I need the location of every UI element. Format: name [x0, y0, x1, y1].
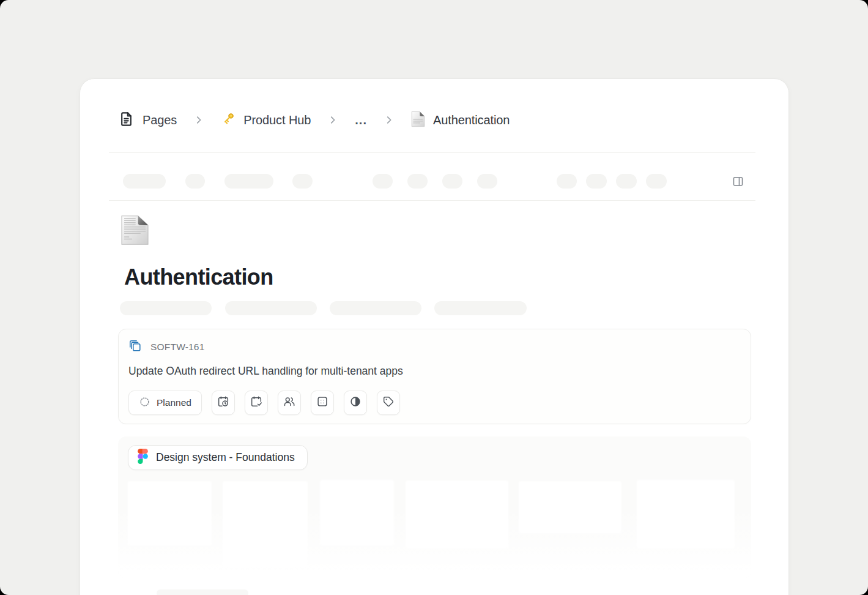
skeleton-pill	[185, 174, 205, 189]
skeleton-pill	[224, 174, 273, 189]
figma-file-chip[interactable]: Design system - Foundations	[128, 445, 308, 470]
half-circle-icon	[349, 395, 362, 411]
document-icon	[118, 111, 135, 130]
divider	[109, 200, 755, 201]
screen: Pages Produc	[0, 0, 868, 595]
divider	[109, 152, 755, 153]
status-label: Planned	[157, 397, 191, 408]
skeleton-pill	[477, 174, 497, 189]
breadcrumb-item-authentication[interactable]: Authentication	[411, 111, 510, 130]
breadcrumb-item-product-hub[interactable]: Product Hub	[221, 111, 311, 129]
dashed-circle-icon	[139, 396, 150, 410]
skeleton-pill	[646, 174, 667, 189]
start-date-button[interactable]	[212, 391, 235, 415]
project-button[interactable]	[311, 391, 334, 415]
grid-dots-icon	[316, 395, 329, 411]
breadcrumb-item-pages[interactable]: Pages	[118, 111, 177, 130]
skeleton-line	[330, 301, 421, 315]
skeleton-line	[434, 301, 527, 315]
figma-embed-card[interactable]: Design system - Foundations	[118, 436, 751, 578]
skeleton-line	[225, 301, 317, 315]
assignees-icon	[283, 395, 296, 411]
issue-title: Update OAuth redirect URL handling for m…	[128, 365, 403, 378]
breadcrumb-item-ellipsis[interactable]: ...	[355, 113, 367, 127]
skeleton-pill	[616, 174, 637, 189]
skeleton-line	[120, 301, 212, 315]
skeleton-pill	[407, 174, 428, 189]
breadcrumb-label-pages: Pages	[143, 113, 177, 127]
stacked-layers-icon	[128, 339, 142, 355]
page-icon[interactable]	[121, 215, 149, 248]
breadcrumb-label-authentication: Authentication	[433, 113, 510, 127]
issue-id: SOFTW-161	[150, 342, 205, 353]
priority-button[interactable]	[344, 391, 367, 415]
figma-file-name: Design system - Foundations	[156, 451, 295, 464]
breadcrumb-label-product-hub: Product Hub	[243, 113, 311, 127]
due-date-button[interactable]	[245, 391, 268, 415]
skeleton-line	[157, 589, 248, 595]
chevron-right-icon	[384, 114, 395, 125]
chevron-right-icon	[193, 114, 204, 125]
tag-icon	[382, 395, 395, 411]
issue-embed-card[interactable]: SOFTW-161 Update OAuth redirect URL hand…	[118, 329, 751, 424]
skeleton-pill	[373, 174, 393, 189]
breadcrumb: Pages Produc	[118, 106, 510, 134]
page-title: Authentication	[124, 264, 273, 290]
skeleton-pill	[292, 174, 313, 189]
skeleton-pill	[123, 174, 166, 189]
assignees-button[interactable]	[278, 391, 301, 415]
sidebar-toggle-icon[interactable]	[729, 173, 746, 190]
fade-overlay	[118, 505, 751, 578]
document-window: Pages Produc	[80, 78, 789, 595]
skeleton-pill	[557, 174, 577, 189]
calendar-clock-icon	[217, 395, 230, 411]
skeleton-pill	[586, 174, 607, 189]
breadcrumb-ellipsis: ...	[355, 113, 367, 127]
issue-actions: Planned	[128, 391, 400, 415]
status-chip[interactable]: Planned	[128, 391, 202, 415]
chevron-right-icon	[327, 114, 338, 125]
issue-header: SOFTW-161	[128, 339, 205, 355]
calendar-check-icon	[250, 395, 263, 411]
label-button[interactable]	[377, 391, 400, 415]
page-icon	[411, 111, 425, 130]
skeleton-pill	[442, 174, 462, 189]
key-icon	[221, 111, 236, 129]
figma-logo-icon	[138, 449, 148, 466]
